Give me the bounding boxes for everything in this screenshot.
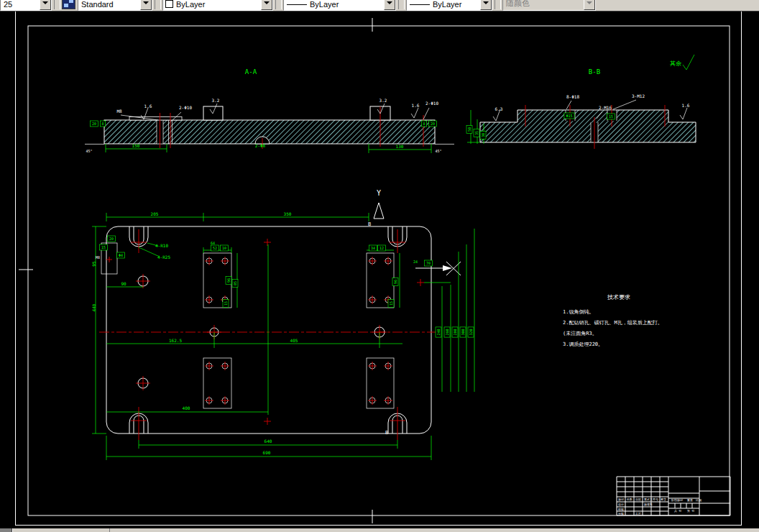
dim-label: Y — [377, 189, 381, 197]
text-style-icon[interactable] — [62, 0, 75, 9]
dim-label: 签字 — [661, 497, 666, 501]
chevron-down-icon — [584, 0, 595, 10]
linetype-value: ByLayer — [307, 0, 384, 10]
dim-label: 280 — [453, 329, 457, 335]
dim-label: 审核 — [618, 512, 624, 515]
plan-view — [92, 213, 474, 460]
color-control-combo[interactable]: ByLayer — [162, 0, 273, 11]
linetype-combo[interactable]: ByLayer — [283, 0, 396, 11]
dim-label: 标记 — [618, 497, 624, 502]
dim-label: 阶段标记 — [671, 498, 683, 503]
color-swatch-icon — [165, 0, 173, 8]
color-value: ByLayer — [173, 0, 261, 10]
toolbar-separator — [398, 0, 405, 9]
technical-notes: 技术要求1.锐角倒钝。2.配钻销孔、碳钉孔、M孔，组装后上配打。(未注圆角R3。… — [563, 294, 663, 347]
dim-label: 64 — [211, 241, 215, 245]
dim-label: 400 — [183, 405, 190, 411]
dim-label: M8 — [96, 255, 100, 260]
dim-label: 比例 — [696, 498, 702, 503]
linetype-sample-icon — [287, 4, 307, 5]
dim-label: 320 — [469, 329, 473, 335]
dim-label: M8 — [116, 109, 122, 114]
dim-label: 设计 — [618, 503, 624, 506]
toolbar-separator — [155, 0, 161, 9]
dim-label: 1.6 — [144, 104, 152, 109]
y-axis-arrow — [374, 203, 384, 219]
dim-label: 52 — [213, 246, 217, 250]
dim-label: 640 — [264, 439, 272, 444]
toolbar-separator — [275, 0, 282, 9]
dim-label: 690 — [263, 450, 271, 455]
dim-label: 350 — [284, 211, 292, 216]
plotstyle-value: 随颜色 — [503, 0, 584, 10]
dim-label: Φ4 — [119, 253, 123, 257]
dim-label: 2-M16 — [599, 105, 612, 110]
dim-lines — [106, 144, 431, 153]
dim-label: A-A — [245, 68, 257, 75]
dim-label: 96 — [393, 280, 397, 284]
dim-label: 工艺 — [635, 512, 641, 515]
text-style-combo[interactable]: Standard — [78, 0, 152, 11]
dim-label: 8 — [101, 121, 104, 126]
dim-label: 2-Φ10 — [426, 101, 438, 106]
dim-label: 34 — [371, 246, 375, 250]
scroll-left-button[interactable] — [0, 528, 12, 532]
chevron-down-icon[interactable] — [261, 0, 272, 10]
dim-label: 70 — [426, 261, 431, 265]
bottom-scrollbar[interactable] — [0, 528, 759, 532]
dim-label: 3.调质处理220。 — [563, 341, 603, 347]
dim-label: B — [385, 430, 388, 436]
dim-label: 15 — [609, 114, 613, 119]
dim-label: 处数 — [627, 497, 632, 501]
dim-label: 8-Φ18 — [566, 94, 579, 99]
dim-label: 15 — [389, 301, 393, 306]
coordinate-axes — [374, 55, 694, 275]
toolbar-separator — [494, 0, 501, 9]
dim-label: 3.2 — [212, 98, 220, 103]
chevron-down-icon[interactable] — [480, 0, 492, 10]
dim-label: 162.5 — [169, 338, 182, 343]
layout-tabs[interactable] — [12, 528, 110, 532]
dim-label: 共 张 — [674, 509, 681, 513]
dim-label: 其余 — [670, 60, 681, 67]
dim-label: 15 — [101, 245, 106, 249]
centering-marks — [19, 18, 372, 523]
object-properties-toolbar: 25 Standard ByLayer ByLayer ByLayer — [0, 0, 759, 12]
dim-label: 45° — [435, 149, 441, 153]
dim-label: 96 — [226, 278, 231, 283]
chevron-down-icon[interactable] — [140, 0, 152, 10]
dim-label: 90 — [121, 281, 126, 286]
chevron-down-icon[interactable] — [40, 0, 51, 10]
lineweight-combo[interactable]: ByLayer — [406, 0, 492, 11]
dim-label: 35 — [474, 131, 479, 135]
drawing-canvas[interactable]: YBB其余 A-AM81.62-Φ103.23.21.62-Φ102088201… — [0, 0, 759, 532]
dim-label: 15 — [224, 301, 228, 306]
dim-scale-combo[interactable]: 25 — [0, 0, 52, 11]
sheet-frame — [0, 12, 759, 526]
dim-label: 3.2 — [380, 98, 387, 103]
dim-label: 30 — [481, 133, 485, 137]
dim-label: 45° — [86, 149, 92, 153]
dim-scale-value: 25 — [1, 0, 40, 10]
dim-label: 20 — [109, 237, 114, 241]
dim-label: 20 — [431, 121, 435, 126]
dim-label: 2-Φ10 — [179, 105, 192, 110]
dim-label: 440 — [91, 303, 96, 311]
dim-label: 2.配钻销孔、碳钉孔、M孔，组装后上配打。 — [563, 320, 663, 326]
dim-label: 1.锐角倒钝。 — [563, 309, 594, 315]
plan-labels: 2053504-R104-R252015Φ4M89064521096851534… — [91, 211, 474, 455]
title-block — [617, 477, 730, 515]
dim-label: Φ15 — [566, 114, 572, 118]
dim-label: 405 — [290, 338, 298, 343]
dim-label: 260 — [445, 329, 449, 335]
chevron-down-icon[interactable] — [384, 0, 395, 10]
dim-label: 130 — [396, 144, 404, 149]
dim-label: 6.3 — [495, 106, 503, 111]
lineweight-sample-icon — [410, 4, 430, 5]
text-style-value: Standard — [78, 0, 140, 10]
dim-label: 10 — [222, 246, 226, 250]
bolt-pad — [367, 358, 394, 408]
bolt-pad — [203, 358, 231, 408]
dim-label: 3-M12 — [632, 93, 645, 98]
plotstyle-combo: 随颜色 — [502, 0, 596, 11]
